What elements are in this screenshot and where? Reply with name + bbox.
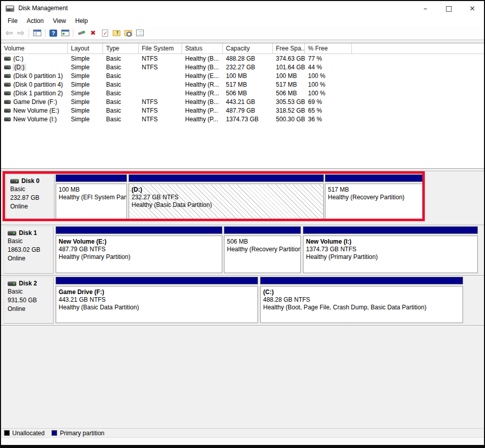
folder-search-icon <box>124 30 132 36</box>
partition-status: Healthy (EFI System Partition) <box>59 194 124 201</box>
disk-name: Disk 0 <box>10 177 54 185</box>
folder-explore-button[interactable] <box>122 28 134 39</box>
cell-volume: (Disk 0 partition 4) <box>1 81 68 88</box>
disk-size: 1863.02 GB <box>8 246 53 254</box>
disk-size: 931.50 GB <box>8 297 53 304</box>
window-title: Disk Management <box>18 5 68 12</box>
disk-size: 232.87 GB <box>10 194 54 202</box>
partition-color-bar <box>303 226 478 234</box>
disk-1-label-panel[interactable]: Disk 1Basic1863.02 GBOnline <box>4 226 54 274</box>
column-header-status[interactable]: Status <box>182 43 223 54</box>
cell-volume: New Volume (I:) <box>1 116 68 123</box>
menu-view[interactable]: View <box>48 16 71 25</box>
partition-size: 443.21 GB NTFS <box>59 296 255 304</box>
disk-0-partition-2[interactable]: 517 MBHealthy (Recovery Partition) <box>325 174 423 220</box>
column-header-pctfree[interactable]: % Free <box>305 43 352 54</box>
menu-file[interactable]: File <box>3 16 22 25</box>
column-header-capacity[interactable]: Capacity <box>223 43 273 54</box>
legend-swatch <box>4 430 10 436</box>
close-button[interactable]: × <box>461 1 484 15</box>
cell-status: Healthy (B... <box>182 55 223 62</box>
column-header-filler <box>352 43 484 54</box>
volume-row[interactable]: (Disk 0 partition 1)SimpleBasicHealthy (… <box>1 71 484 80</box>
tool-button[interactable] <box>75 28 87 39</box>
disk-1-partition-1[interactable]: 506 MBHealthy (Recovery Partition) <box>224 226 301 274</box>
partition-color-bar <box>260 277 463 284</box>
disk-management-window: Disk Management – □ × FileActionViewHelp… <box>0 0 485 448</box>
partition-size: 100 MB <box>59 186 124 194</box>
cell-free: 374.63 GB <box>273 55 305 62</box>
partition-color-bar <box>129 174 324 182</box>
cell-volume: (Disk 0 partition 1) <box>1 72 68 80</box>
partition-color-bar <box>56 174 127 182</box>
cell-fs: NTFS <box>139 55 182 62</box>
partition-status: Healthy (Recovery Partition) <box>227 246 298 253</box>
disk-2-label-panel[interactable]: Disk 2Basic931.50 GBOnline <box>4 277 54 324</box>
legend-item: Primary partition <box>52 430 104 437</box>
checklist-icon <box>136 30 144 36</box>
cell-volume: Game Drive (F:) <box>1 98 68 106</box>
volume-disk-icon <box>4 91 11 95</box>
column-header-fs[interactable]: File System <box>139 43 182 54</box>
column-header-type[interactable]: Type <box>103 43 139 54</box>
help-button[interactable] <box>47 28 59 39</box>
forward-button[interactable] <box>15 28 27 39</box>
volume-name: (Disk 1 partition 2) <box>13 90 63 97</box>
volume-list: VolumeLayoutTypeFile SystemStatusCapacit… <box>1 43 484 168</box>
disk-2-partition-0[interactable]: Game Drive (F:)443.21 GB NTFSHealthy (Ba… <box>56 277 258 324</box>
volume-row[interactable]: (D:)SimpleBasicNTFSHealthy (B...232.27 G… <box>1 63 484 71</box>
volume-row[interactable]: (C:)SimpleBasicNTFSHealthy (B...488.28 G… <box>1 54 484 63</box>
legend-item: Unallocated <box>4 430 44 437</box>
cell-fs: NTFS <box>139 116 182 123</box>
column-header-volume[interactable]: Volume <box>1 43 68 54</box>
disk-1-partition-2[interactable]: New Volume (I:)1374.73 GB NTFSHealthy (P… <box>303 226 478 274</box>
menu-help[interactable]: Help <box>71 16 93 25</box>
partition-status: Healthy (Primary Partition) <box>306 253 475 261</box>
disk-type: Basic <box>10 186 54 193</box>
volume-list-header: VolumeLayoutTypeFile SystemStatusCapacit… <box>1 43 484 54</box>
cell-type: Basic <box>103 72 139 80</box>
folder-up-button[interactable] <box>111 28 122 39</box>
partition-info: 517 MBHealthy (Recovery Partition) <box>325 183 423 220</box>
volume-row[interactable]: New Volume (I:)SimpleBasicNTFSHealthy (P… <box>1 115 484 123</box>
delete-volume-button[interactable] <box>87 28 99 39</box>
maximize-button[interactable]: □ <box>437 1 461 15</box>
disk-1-partition-0[interactable]: New Volume (E:)487.79 GB NTFSHealthy (Pr… <box>56 226 222 274</box>
disk-0-partition-0[interactable]: 100 MBHealthy (EFI System Partition) <box>56 174 127 220</box>
partition-info: 100 MBHealthy (EFI System Partition) <box>56 183 127 220</box>
volume-row[interactable]: Game Drive (F:)SimpleBasicNTFSHealthy (B… <box>1 97 484 106</box>
check-document-button[interactable] <box>99 28 111 39</box>
volume-row[interactable]: (Disk 1 partition 2)SimpleBasicHealthy (… <box>1 89 484 97</box>
show-action-pane-button[interactable] <box>59 28 71 39</box>
disk-2-partition-1[interactable]: (C:)488.28 GB NTFSHealthy (Boot, Page Fi… <box>260 277 463 324</box>
cell-pctfree: 77 % <box>305 55 352 62</box>
column-header-free[interactable]: Free Spa... <box>273 43 305 54</box>
cell-free: 318.52 GB <box>273 107 305 114</box>
cell-layout: Simple <box>68 116 103 123</box>
disk-state: Online <box>8 305 53 313</box>
column-header-layout[interactable]: Layout <box>68 43 103 54</box>
disk-0-partition-1[interactable]: (D:)232.27 GB NTFSHealthy (Basic Data Pa… <box>129 174 324 220</box>
cell-capacity: 443.21 GB <box>223 98 273 106</box>
volume-row[interactable]: (Disk 0 partition 4)SimpleBasicHealthy (… <box>1 80 484 89</box>
disk-type: Basic <box>8 288 53 296</box>
volume-name: New Volume (I:) <box>13 116 57 123</box>
volume-row[interactable]: New Volume (E:)SimpleBasicNTFSHealthy (P… <box>1 106 484 115</box>
cell-pctfree: 69 % <box>305 98 352 106</box>
cell-status: Healthy (E... <box>182 72 223 80</box>
disk-0-label-panel[interactable]: Disk 0Basic232.87 GBOnline <box>6 174 55 220</box>
minimize-button[interactable]: – <box>414 1 437 15</box>
volume-disk-icon <box>4 100 11 104</box>
cell-volume: (C:) <box>1 55 68 62</box>
menu-action[interactable]: Action <box>22 16 48 25</box>
back-button[interactable] <box>3 28 15 39</box>
cell-capacity: 1374.73 GB <box>223 116 273 123</box>
partition-color-bar <box>56 277 258 284</box>
properties-list-button[interactable] <box>134 28 146 39</box>
disk-name: Disk 2 <box>8 280 53 287</box>
cell-type: Basic <box>103 116 139 123</box>
partition-info: New Volume (E:)487.79 GB NTFSHealthy (Pr… <box>56 235 222 273</box>
show-console-tree-button[interactable] <box>31 28 43 39</box>
partition-status: Healthy (Basic Data Partition) <box>59 304 255 311</box>
cell-type: Basic <box>103 107 139 114</box>
